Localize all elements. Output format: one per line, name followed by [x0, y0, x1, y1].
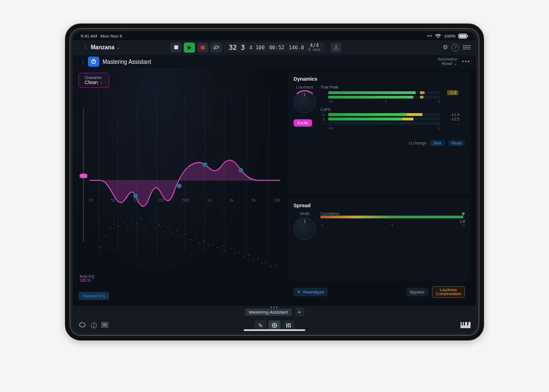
custom-eq-button[interactable]: Custom EQ — [78, 292, 109, 300]
svg-point-18 — [203, 162, 207, 167]
bottom-toolbar: ⓘ ✎ — [73, 318, 476, 333]
svg-point-35 — [168, 227, 169, 228]
correlation-value: 1.0 — [459, 220, 465, 223]
spread-title: Spread — [294, 203, 465, 208]
metronome-button[interactable] — [331, 43, 342, 53]
status-time: 9:41 AM — [81, 34, 97, 39]
svg-rect-70 — [286, 325, 287, 326]
play-button[interactable] — [184, 43, 195, 53]
svg-point-28 — [136, 223, 137, 225]
automation-value[interactable]: Read ⌄ — [441, 61, 457, 66]
svg-point-32 — [154, 228, 155, 229]
lcd-display[interactable]: 32 3 4 100 00:52 146.0 4/4 E min — [224, 43, 324, 53]
keyboard-icon[interactable] — [460, 322, 471, 329]
loudness-label: Loudness — [296, 85, 313, 89]
sparkle-icon: ✦ — [297, 290, 301, 295]
svg-point-40 — [190, 239, 191, 240]
svg-point-33 — [159, 225, 160, 226]
plugin-power-button[interactable] — [88, 57, 99, 67]
plugin-back-button[interactable]: 〈 — [78, 58, 85, 66]
svg-point-16 — [133, 194, 138, 198]
svg-point-44 — [208, 245, 209, 246]
svg-point-31 — [150, 221, 151, 222]
lufs-meter: LUFS M -11.4 S — [320, 108, 465, 130]
auto-eq-readout: Auto EQ 120 % — [80, 274, 94, 282]
reanalyze-button[interactable]: ✦ Reanalyze — [294, 288, 328, 296]
status-bar: 9:41 AM Mon Nov 6 100% — [73, 31, 476, 40]
lcd-time: 00:52 — [269, 45, 284, 50]
true-peak-value: -1.0 — [447, 90, 458, 95]
svg-point-20 — [100, 247, 101, 248]
transport-controls: 32 3 4 100 00:52 146.0 4/4 E min — [170, 43, 341, 53]
view-menu-icon[interactable] — [463, 45, 471, 49]
svg-point-46 — [217, 247, 218, 248]
info-icon[interactable]: ⓘ — [91, 321, 97, 330]
svg-rect-71 — [288, 324, 289, 325]
loop-browser-icon[interactable] — [78, 321, 86, 329]
lcd-tempo: 146.0 — [289, 45, 304, 50]
svg-point-25 — [123, 222, 124, 223]
right-column: Dynamics Loudness Excite True Peak — [286, 68, 476, 304]
record-button[interactable] — [197, 43, 208, 53]
lcd-sig: 4/4 E min — [309, 43, 320, 52]
svg-point-21 — [105, 236, 106, 237]
back-button[interactable]: 〈 — [78, 43, 90, 52]
cycle-button[interactable] — [211, 43, 222, 53]
plugin-body: Character Clean⌄ — [73, 68, 476, 304]
action-row: ✦ Reanalyze Bypass Loudness Compensation — [288, 284, 471, 300]
battery-icon — [458, 34, 468, 39]
correlation-label: Correlation — [320, 212, 465, 216]
width-knob[interactable] — [294, 217, 316, 240]
project-title[interactable]: Manzana ⌄ — [91, 44, 120, 50]
home-indicator[interactable] — [244, 329, 305, 331]
expand-icon: ⌄ — [117, 45, 120, 50]
svg-point-56 — [262, 263, 263, 264]
svg-point-38 — [181, 236, 182, 237]
recent-apps-dots — [427, 35, 432, 36]
svg-point-53 — [248, 255, 249, 256]
svg-point-36 — [172, 234, 173, 235]
svg-point-42 — [199, 242, 200, 244]
eq-graph[interactable] — [73, 68, 286, 304]
list-icon[interactable] — [101, 322, 108, 329]
loudness-knob[interactable] — [294, 91, 316, 113]
eq-x-axis: 2050 100200 5001k 2k5k 10k — [89, 198, 280, 202]
svg-point-41 — [194, 237, 196, 238]
more-menu-icon[interactable]: ••• — [462, 59, 471, 64]
plugin-tab[interactable]: Mastering Assistant — [245, 309, 291, 316]
svg-rect-75 — [464, 322, 465, 325]
loudness-comp-button[interactable]: Loudness Compensation — [432, 286, 465, 298]
spread-panel: Spread Width Correlation — [288, 198, 471, 281]
grab-handle-icon[interactable]: ••• — [270, 305, 278, 310]
svg-point-27 — [132, 219, 133, 220]
svg-point-34 — [163, 231, 164, 232]
svg-point-19 — [239, 168, 243, 172]
svg-point-37 — [176, 230, 178, 231]
settings-icon[interactable]: ⚙︎ — [443, 44, 448, 51]
dynamics-title: Dynamics — [294, 76, 465, 82]
automation-label: Automation — [438, 57, 457, 61]
plugin-tab-row: ••• Mastering Assistant ＋ — [73, 306, 476, 318]
help-icon[interactable]: ? — [452, 44, 459, 52]
svg-point-43 — [203, 240, 204, 241]
svg-point-45 — [212, 244, 213, 245]
dynamics-panel: Dynamics Loudness Excite True Peak — [288, 72, 471, 195]
add-plugin-button[interactable]: ＋ — [295, 307, 304, 316]
svg-point-22 — [109, 227, 110, 228]
lu-reset-button[interactable]: Reset — [448, 140, 465, 146]
lu-start-button[interactable]: Start — [430, 140, 445, 146]
bypass-button[interactable]: Bypass — [406, 288, 429, 296]
svg-point-50 — [235, 253, 236, 254]
plugin-header: 〈 Mastering Assistant Automation Read ⌄ … — [73, 55, 476, 68]
svg-point-17 — [177, 184, 182, 188]
lcd-subdiv: 4 100 — [249, 45, 264, 50]
svg-point-26 — [127, 227, 128, 228]
excite-button[interactable]: Excite — [294, 119, 312, 127]
wifi-icon — [435, 34, 441, 39]
svg-point-58 — [271, 266, 272, 267]
svg-rect-74 — [462, 322, 463, 325]
plugin-name: Mastering Assistant — [103, 59, 151, 65]
svg-point-52 — [244, 256, 245, 257]
screen: 9:41 AM Mon Nov 6 100% 〈 Manzana ⌄ — [73, 31, 476, 333]
stop-button[interactable] — [170, 43, 182, 53]
